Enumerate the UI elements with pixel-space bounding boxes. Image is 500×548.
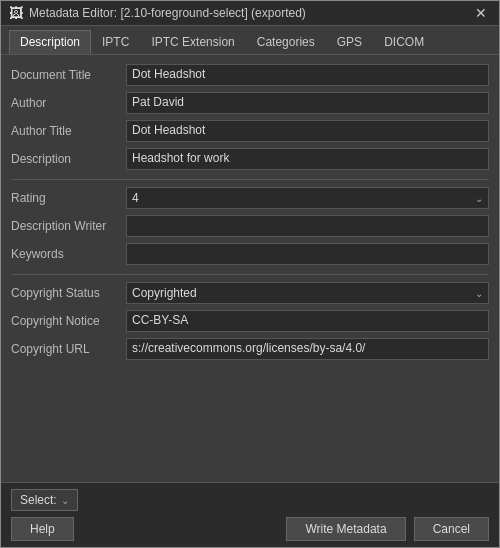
author-field[interactable] bbox=[126, 92, 489, 114]
copyright-status-row: Copyright Status Copyrighted ⌄ bbox=[11, 281, 489, 305]
titlebar: 🖼 Metadata Editor: [2.10-foreground-sele… bbox=[1, 1, 499, 26]
document-title-input[interactable] bbox=[132, 67, 483, 81]
window-icon: 🖼 bbox=[9, 5, 23, 21]
select-dropdown[interactable]: Select: ⌄ bbox=[11, 489, 78, 511]
description-row: Description bbox=[11, 147, 489, 171]
keywords-field[interactable] bbox=[126, 243, 489, 265]
select-label: Select: bbox=[20, 493, 57, 507]
help-button[interactable]: Help bbox=[11, 517, 74, 541]
description-writer-field[interactable] bbox=[126, 215, 489, 237]
description-input[interactable] bbox=[132, 151, 483, 165]
rating-chevron-icon: ⌄ bbox=[475, 193, 483, 204]
copyright-status-chevron-icon: ⌄ bbox=[475, 288, 483, 299]
cancel-button[interactable]: Cancel bbox=[414, 517, 489, 541]
description-field[interactable] bbox=[126, 148, 489, 170]
copyright-status-value: Copyrighted bbox=[132, 286, 197, 300]
divider-1 bbox=[11, 179, 489, 180]
rating-label: Rating bbox=[11, 191, 126, 205]
keywords-label: Keywords bbox=[11, 247, 126, 261]
window-title: Metadata Editor: [2.10-foreground-select… bbox=[29, 6, 306, 20]
button-row: Help Write Metadata Cancel bbox=[11, 517, 489, 541]
tab-description[interactable]: Description bbox=[9, 30, 91, 54]
tab-iptc[interactable]: IPTC bbox=[91, 30, 140, 54]
tab-dicom[interactable]: DICOM bbox=[373, 30, 435, 54]
tab-iptc-extension[interactable]: IPTC Extension bbox=[140, 30, 245, 54]
rating-value: 4 bbox=[132, 191, 139, 205]
author-label: Author bbox=[11, 96, 126, 110]
document-title-field[interactable] bbox=[126, 64, 489, 86]
copyright-notice-input[interactable] bbox=[132, 313, 483, 327]
copyright-notice-row: Copyright Notice bbox=[11, 309, 489, 333]
divider-2 bbox=[11, 274, 489, 275]
write-metadata-button[interactable]: Write Metadata bbox=[286, 517, 405, 541]
author-title-field[interactable] bbox=[126, 120, 489, 142]
copyright-url-field[interactable] bbox=[126, 338, 489, 360]
select-row: Select: ⌄ bbox=[11, 489, 489, 511]
copyright-url-row: Copyright URL bbox=[11, 337, 489, 361]
author-title-row: Author Title bbox=[11, 119, 489, 143]
rating-dropdown[interactable]: 4 ⌄ bbox=[126, 187, 489, 209]
rating-section: Rating 4 ⌄ Description Writer Keywords bbox=[11, 186, 489, 266]
copyright-status-label: Copyright Status bbox=[11, 286, 126, 300]
description-writer-label: Description Writer bbox=[11, 219, 126, 233]
select-chevron-icon: ⌄ bbox=[61, 495, 69, 506]
form-content: Document Title Author Author Title bbox=[1, 55, 499, 482]
bottom-bar: Select: ⌄ Help Write Metadata Cancel bbox=[1, 482, 499, 547]
rating-row: Rating 4 ⌄ bbox=[11, 186, 489, 210]
document-title-label: Document Title bbox=[11, 68, 126, 82]
author-title-label: Author Title bbox=[11, 124, 126, 138]
description-label: Description bbox=[11, 152, 126, 166]
tab-categories[interactable]: Categories bbox=[246, 30, 326, 54]
keywords-input[interactable] bbox=[132, 246, 483, 260]
action-buttons: Write Metadata Cancel bbox=[286, 517, 489, 541]
keywords-row: Keywords bbox=[11, 242, 489, 266]
copyright-section: Copyright Status Copyrighted ⌄ Copyright… bbox=[11, 281, 489, 361]
author-title-input[interactable] bbox=[132, 123, 483, 137]
close-button[interactable]: ✕ bbox=[471, 5, 491, 21]
description-writer-row: Description Writer bbox=[11, 214, 489, 238]
tab-bar: Description IPTC IPTC Extension Categori… bbox=[1, 26, 499, 55]
titlebar-left: 🖼 Metadata Editor: [2.10-foreground-sele… bbox=[9, 5, 306, 21]
author-row: Author bbox=[11, 91, 489, 115]
metadata-editor-window: 🖼 Metadata Editor: [2.10-foreground-sele… bbox=[0, 0, 500, 548]
copyright-notice-field[interactable] bbox=[126, 310, 489, 332]
copyright-status-dropdown[interactable]: Copyrighted ⌄ bbox=[126, 282, 489, 304]
document-title-row: Document Title bbox=[11, 63, 489, 87]
author-input[interactable] bbox=[132, 95, 483, 109]
copyright-notice-label: Copyright Notice bbox=[11, 314, 126, 328]
copyright-url-input[interactable] bbox=[132, 341, 483, 355]
basic-fields-section: Document Title Author Author Title bbox=[11, 63, 489, 171]
tab-gps[interactable]: GPS bbox=[326, 30, 373, 54]
description-writer-input[interactable] bbox=[132, 218, 483, 232]
copyright-url-label: Copyright URL bbox=[11, 342, 126, 356]
